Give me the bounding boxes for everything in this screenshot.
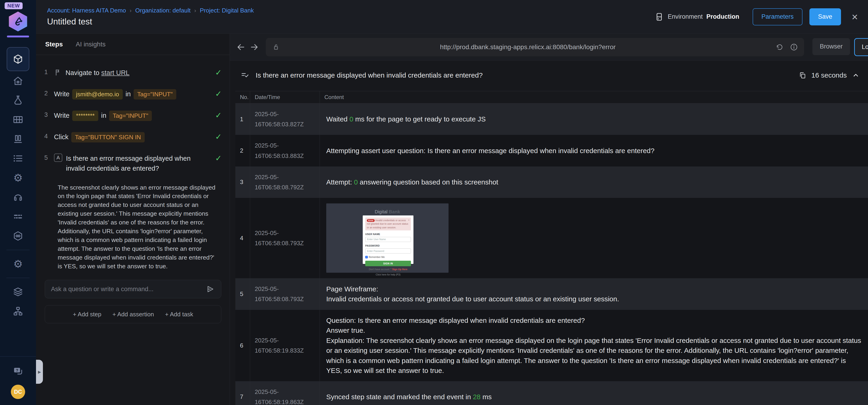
sidebar-layers-settings-icon[interactable] <box>0 282 36 301</box>
forward-arrow-icon[interactable] <box>249 42 259 52</box>
chevron-up-icon[interactable] <box>852 71 860 79</box>
logs-tab-button[interactable]: Lo <box>854 38 868 56</box>
grid-icon <box>12 114 24 125</box>
step-number: 1 <box>44 68 50 76</box>
nav-divider <box>6 250 30 250</box>
log-row-timestamp: 2025-05-16T06:58:08.792Z <box>250 167 320 198</box>
log-text: ms for the page to get ready to execute … <box>353 115 486 123</box>
step-row[interactable]: 2Write jsmith@demo.io in Tag="INPUT"✓ <box>44 89 222 99</box>
save-button[interactable]: Save <box>809 8 841 25</box>
step-value-badge: ******** <box>72 111 98 121</box>
add-assertion-button[interactable]: + Add assertion <box>112 311 154 318</box>
close-icon[interactable]: × <box>851 11 858 22</box>
thumb-brand-title: Digital Bank <box>326 208 448 215</box>
step-success-check-icon: ✓ <box>215 111 222 120</box>
step-row[interactable]: 3Write ******** in Tag="INPUT"✓ <box>44 111 222 121</box>
sidebar-infinity-hex-icon[interactable] <box>0 226 36 246</box>
log-text: Attempting assert user question: Is ther… <box>326 147 654 154</box>
reload-icon[interactable] <box>775 43 784 51</box>
step-explanation: The screenshot clearly shows an error me… <box>44 183 222 271</box>
browser-panel: http://prod.dbank.staging-apps.relicx.ai… <box>230 34 868 405</box>
nav-bottom-group: ? DC <box>0 356 36 405</box>
log-row-number: 2 <box>235 135 250 166</box>
send-icon <box>206 285 215 294</box>
tab-steps[interactable]: Steps <box>45 41 63 48</box>
insecure-lock-icon <box>272 43 280 51</box>
ask-command-input[interactable]: Ask a question or write a command... <box>45 280 221 298</box>
step-row[interactable]: 1Navigate to start URL✓ <box>44 68 222 78</box>
add-task-button[interactable]: + Add task <box>165 311 193 318</box>
user-avatar[interactable]: DC <box>11 385 25 399</box>
log-row-number: 7 <box>235 381 250 405</box>
sidebar-flask-icon[interactable] <box>0 90 36 110</box>
log-metric-value: 0 <box>354 178 358 186</box>
tab-ai-insights[interactable]: AI insights <box>76 41 105 48</box>
breadcrumb-item[interactable]: Organization: default <box>135 7 191 14</box>
sidebar-checklist-icon[interactable] <box>0 149 36 168</box>
log-text: answering question based on this screens… <box>358 178 498 186</box>
breadcrumb-separator: › <box>194 7 196 14</box>
environment-selector[interactable]: Environment Production <box>654 12 739 22</box>
log-row-timestamp: 2025-05-16T06:58:03.883Z <box>250 135 320 166</box>
assertion-icon: A <box>54 153 62 162</box>
log-row-content: Attempting assert user question: Is ther… <box>320 135 868 166</box>
log-row-timestamp: 2025-05-16T06:58:19.833Z <box>250 310 320 381</box>
log-row-content: Question: Is there an error message disp… <box>320 310 868 381</box>
nav-active-underline <box>7 35 29 37</box>
step-selector-badge: Tag="INPUT" <box>133 89 177 99</box>
back-arrow-icon[interactable] <box>236 42 246 52</box>
flag-icon <box>54 68 62 76</box>
url-text: http://prod.dbank.staging-apps.relicx.ai… <box>280 44 775 51</box>
sidebar-pipeline-icon[interactable] <box>0 207 36 226</box>
settings-gear-icon: ⚙ <box>13 259 23 269</box>
column-header-content: Content <box>320 91 868 104</box>
log-row-timestamp: 2025-05-16T06:58:19.863Z <box>250 381 320 405</box>
log-row-content: Digital BankErrorInvalid credentials or … <box>320 198 868 278</box>
step-row[interactable]: 5AIs there an error message displayed wh… <box>44 153 222 174</box>
harness-logo-icon[interactable] <box>8 11 28 31</box>
help-chat-icon[interactable]: ? <box>0 366 36 377</box>
sidebar-module-cube-icon[interactable] <box>7 47 29 71</box>
columns-board-icon <box>12 134 24 145</box>
page-screenshot-thumbnail[interactable]: Digital BankErrorInvalid credentials or … <box>326 203 448 273</box>
sidebar-grid-icon[interactable] <box>0 110 36 129</box>
sidebar-headset-icon[interactable] <box>0 187 36 207</box>
step-text-fragment: start URL <box>101 69 129 77</box>
breadcrumb-item[interactable]: Project: Digital Bank <box>200 7 254 14</box>
step-text: Navigate to start URL <box>65 68 209 78</box>
step-success-check-icon: ✓ <box>215 89 222 98</box>
log-row-number: 6 <box>235 310 250 381</box>
info-icon[interactable] <box>790 43 798 51</box>
step-text-fragment: in <box>124 90 133 98</box>
steps-list: 1Navigate to start URL✓2Write jsmith@dem… <box>36 55 229 405</box>
log-row-timestamp: 2025-05-16T06:58:08.793Z <box>250 278 320 310</box>
step-success-check-icon: ✓ <box>215 68 222 77</box>
copy-icon[interactable] <box>799 71 806 79</box>
panel-collapse-handle[interactable]: ▸ <box>36 360 43 384</box>
sidebar-network-settings-icon[interactable] <box>0 301 36 321</box>
step-number: 2 <box>44 89 50 97</box>
sidebar-columns-board-icon[interactable] <box>0 129 36 149</box>
browser-tab-button[interactable]: Browser <box>812 38 850 55</box>
column-header-datetime: Date/Time <box>250 91 320 104</box>
log-text: Synced step state and marked the end eve… <box>326 393 473 401</box>
breadcrumb: Account: Harness AITA Demo›Organization:… <box>47 7 254 14</box>
ask-command-placeholder: Ask a question or write a command... <box>51 286 206 293</box>
breadcrumb-item[interactable]: Account: Harness AITA Demo <box>47 7 126 14</box>
sidebar-gear-icon[interactable]: ⚙ <box>0 168 36 187</box>
log-text: Question: Is there an error message disp… <box>326 317 861 375</box>
column-header-no: No. <box>235 91 250 104</box>
step-row[interactable]: 4Click Tag="BUTTON" SIGN IN✓ <box>44 132 222 142</box>
add-step-button[interactable]: + Add step <box>73 311 101 318</box>
sidebar-home-icon[interactable] <box>0 71 36 90</box>
step-text: Write jsmith@demo.io in Tag="INPUT" <box>54 89 209 99</box>
step-value-badge: jsmith@demo.io <box>72 89 123 99</box>
pipeline-icon <box>12 211 24 222</box>
new-badge: NEW <box>5 2 23 9</box>
url-bar[interactable]: http://prod.dbank.staging-apps.relicx.ai… <box>266 38 804 56</box>
steps-tabs: StepsAI insights <box>36 34 229 55</box>
sidebar-settings-gear-icon[interactable]: ⚙ <box>0 254 36 273</box>
execution-log-panel: Is there an error message displayed when… <box>230 60 868 405</box>
log-text: Waited <box>326 115 349 123</box>
parameters-button[interactable]: Parameters <box>753 8 803 25</box>
